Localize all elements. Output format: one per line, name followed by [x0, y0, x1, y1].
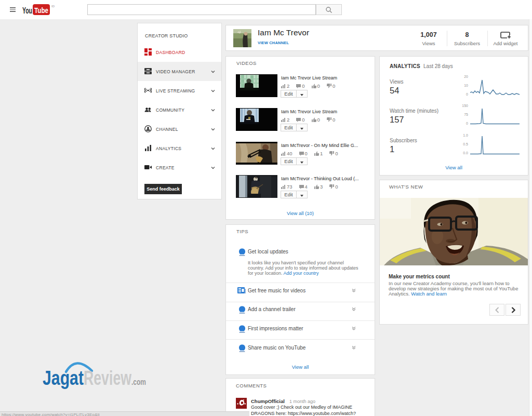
svg-text:0.5: 0.5	[463, 142, 468, 146]
svg-text:Jagat: Jagat	[43, 367, 84, 389]
svg-text:ID: ID	[51, 5, 55, 8]
svg-text:Review: Review	[84, 367, 131, 389]
svg-text:.com: .com	[131, 377, 146, 387]
svg-text:10: 10	[464, 84, 468, 87]
svg-text:You: You	[22, 6, 32, 16]
svg-text:0: 0	[466, 92, 468, 96]
svg-text:1.0: 1.0	[463, 133, 468, 137]
svg-text:20: 20	[464, 75, 468, 78]
svg-text:Tube: Tube	[34, 6, 48, 15]
svg-text:0.0: 0.0	[463, 151, 468, 155]
svg-text:150: 150	[462, 104, 468, 108]
svg-text:0: 0	[466, 122, 468, 125]
svg-text:75: 75	[464, 113, 468, 116]
